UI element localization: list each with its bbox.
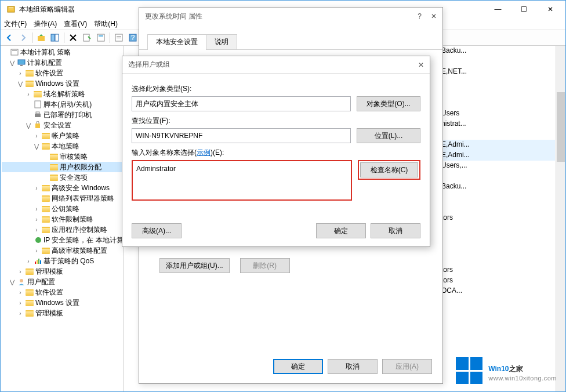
up-button[interactable] <box>35 31 48 44</box>
export-icon[interactable] <box>81 31 93 44</box>
location-label: 查找位置(F): <box>132 116 420 126</box>
cancel-button[interactable]: 取消 <box>328 359 378 374</box>
object-type-field: 用户或内置安全主体 <box>132 96 351 111</box>
example-link[interactable]: 示例 <box>197 148 211 157</box>
forward-button[interactable] <box>17 31 30 44</box>
menu-view[interactable]: 查看(V) <box>64 19 87 29</box>
svg-rect-24 <box>37 260 38 264</box>
list-item[interactable]: Backu... <box>439 182 555 192</box>
svg-rect-16 <box>18 60 25 64</box>
tab-local-security[interactable]: 本地安全设置 <box>147 34 206 50</box>
delete-icon[interactable] <box>67 31 79 44</box>
minimize-button[interactable]: — <box>485 1 511 18</box>
add-user-group-button[interactable]: 添加用户或组(U)... <box>159 258 230 273</box>
names-label: 输入对象名称来选择(示例)(E): <box>132 148 420 158</box>
tab-strip: 本地安全设置 说明 <box>139 25 442 50</box>
list-item[interactable] <box>439 244 555 255</box>
watermark-brand: Win10之家 <box>488 360 557 375</box>
list-item[interactable]: E,Admi... <box>439 140 555 150</box>
list-item[interactable] <box>439 171 555 182</box>
list-item[interactable] <box>439 234 555 244</box>
location-field: WIN-N9TKVNREPNF <box>132 128 351 143</box>
svg-rect-20 <box>36 112 39 114</box>
ok-button[interactable]: 确定 <box>273 359 323 374</box>
svg-rect-8 <box>99 35 103 37</box>
user-icon <box>17 277 26 286</box>
app-icon <box>6 5 16 14</box>
list-item[interactable]: E,Admi... <box>439 150 555 161</box>
list-item[interactable] <box>439 202 555 213</box>
close-button[interactable]: ✕ <box>537 1 563 18</box>
list-item[interactable]: Backu... <box>439 46 555 56</box>
delete-button: 删除(R) <box>240 258 290 273</box>
windows-logo-icon <box>456 357 482 384</box>
select-titlebar[interactable]: 选择用户或组 ✕ <box>122 56 430 74</box>
menu-action[interactable]: 操作(A) <box>34 19 57 29</box>
list-item[interactable] <box>439 223 555 234</box>
help-icon[interactable]: ? <box>126 31 139 44</box>
apply-button: 应用(A) <box>382 359 432 374</box>
svg-point-22 <box>35 237 41 243</box>
close-button[interactable]: ✕ <box>431 12 437 20</box>
list-item[interactable]: Users,... <box>439 161 555 171</box>
list-item[interactable]: tors <box>439 213 555 223</box>
properties-title: 更改系统时间 属性 <box>145 12 418 21</box>
svg-rect-11 <box>117 38 121 38</box>
svg-rect-17 <box>20 65 23 66</box>
script-icon <box>33 100 42 109</box>
tree-root[interactable]: 本地计算机 策略 <box>20 48 71 57</box>
list-item[interactable] <box>439 255 555 265</box>
ok-button[interactable]: 确定 <box>316 223 366 238</box>
location-button[interactable]: 位置(L)... <box>357 128 420 143</box>
list-item[interactable] <box>439 77 555 88</box>
advanced-button[interactable]: 高级(A)... <box>132 223 182 238</box>
maximize-button[interactable]: ☐ <box>511 1 537 18</box>
svg-rect-10 <box>117 36 121 37</box>
svg-rect-14 <box>11 49 18 55</box>
menu-file[interactable]: 文件(F) <box>4 19 27 29</box>
list-item[interactable]: OCA... <box>439 286 555 296</box>
cancel-button[interactable]: 取消 <box>371 223 420 238</box>
watermark: Win10之家 www.win10xitong.com <box>456 357 557 384</box>
scrollbar-thumb[interactable] <box>557 92 565 162</box>
svg-rect-25 <box>38 259 39 264</box>
tree-user-rights[interactable]: 用户权限分配 <box>60 162 101 172</box>
object-types-button[interactable]: 对象类型(O)... <box>357 96 420 111</box>
list-item[interactable]: Users <box>439 108 555 119</box>
list-item[interactable]: nistrat... <box>439 119 555 129</box>
svg-rect-1 <box>9 8 13 8</box>
svg-rect-23 <box>35 262 36 264</box>
list-item[interactable] <box>439 192 555 202</box>
svg-rect-21 <box>35 124 40 128</box>
list-item[interactable]: E,NET... <box>439 67 555 77</box>
back-button[interactable] <box>3 31 16 44</box>
list-item[interactable]: tors <box>439 265 555 275</box>
svg-rect-7 <box>97 34 104 41</box>
security-icon <box>33 121 42 130</box>
tab-explain[interactable]: 说明 <box>206 34 237 50</box>
list-item[interactable]: tors <box>439 275 555 286</box>
list-item[interactable] <box>439 98 555 108</box>
list-item[interactable] <box>439 56 555 67</box>
svg-rect-19 <box>35 114 41 117</box>
policy-list[interactable]: Backu... E,NET... Usersnistrat... E,Admi… <box>439 46 555 391</box>
computer-icon <box>17 58 26 67</box>
svg-rect-18 <box>35 101 41 108</box>
vertical-scrollbar[interactable] <box>556 46 565 391</box>
svg-rect-5 <box>55 34 59 41</box>
tree-panel[interactable]: 本地计算机 策略 ⋁计算机配置 ›软件设置 ⋁Windows 设置 ›域名解析策… <box>1 46 124 391</box>
check-names-button[interactable]: 检查名称(C) <box>360 162 418 177</box>
show-hide-button[interactable] <box>49 31 61 44</box>
menu-help[interactable]: 帮助(H) <box>94 19 118 29</box>
select-title: 选择用户或组 <box>128 60 418 70</box>
list-item[interactable] <box>439 129 555 140</box>
printer-icon <box>33 110 42 119</box>
close-button[interactable]: ✕ <box>418 61 424 69</box>
object-names-input[interactable]: Adminstrator <box>132 160 352 201</box>
refresh-icon[interactable] <box>113 31 125 44</box>
properties-titlebar[interactable]: 更改系统时间 属性 ? ✕ <box>139 8 442 25</box>
properties-icon[interactable] <box>95 31 107 44</box>
help-button[interactable]: ? <box>418 12 422 20</box>
select-user-dialog: 选择用户或组 ✕ 选择此对象类型(S): 用户或内置安全主体 对象类型(O)..… <box>122 56 430 247</box>
list-item[interactable] <box>439 88 555 98</box>
